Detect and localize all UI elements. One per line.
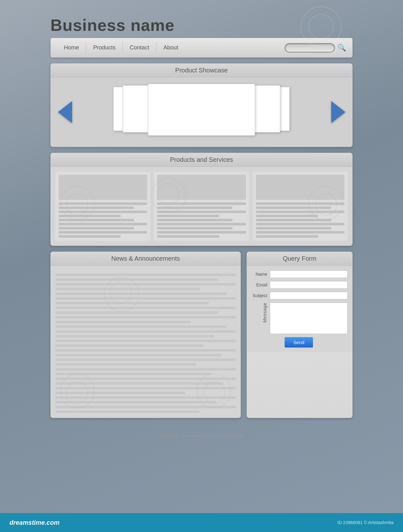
news-line xyxy=(55,330,236,333)
query-form-content: Name Email Subject Message xyxy=(247,266,352,352)
text-line xyxy=(157,219,232,221)
product-item-3 xyxy=(253,172,348,241)
news-content xyxy=(51,266,241,418)
news-line xyxy=(55,307,236,309)
text-line xyxy=(256,223,344,225)
search-icon[interactable]: 🔍 xyxy=(338,44,346,52)
nav-item-contact[interactable]: Contact xyxy=(123,42,156,54)
news-line xyxy=(55,302,209,304)
news-line xyxy=(55,344,203,347)
subject-input[interactable] xyxy=(270,292,348,299)
copyright-text: Copyright : your company name 2012-2020 xyxy=(159,433,244,438)
message-textarea[interactable] xyxy=(270,303,348,334)
news-line xyxy=(55,377,236,380)
text-line xyxy=(157,235,219,238)
nav-search: 🔍 xyxy=(285,43,346,53)
showcase-card-main xyxy=(148,84,255,136)
dreamstime-logo: dreamstime.com xyxy=(9,519,60,526)
message-label-wrapper: Message xyxy=(250,303,267,323)
name-input[interactable] xyxy=(270,270,348,278)
news-line xyxy=(55,406,236,408)
text-line xyxy=(59,215,121,217)
nav-item-about[interactable]: About xyxy=(156,42,185,54)
news-header: News & Announcements xyxy=(51,252,241,266)
nav-bar: Home Products Contact About 🔍 xyxy=(50,38,353,58)
query-form-panel: Query Form Name Email Subject Mes xyxy=(247,252,353,418)
nav-item-home[interactable]: Home xyxy=(57,42,86,54)
text-line xyxy=(256,235,318,238)
product-text-1 xyxy=(59,202,147,238)
showcase-header: Product Showcase xyxy=(51,64,352,77)
news-line xyxy=(55,274,236,276)
news-line xyxy=(55,316,236,319)
email-row: Email xyxy=(250,281,348,289)
text-line xyxy=(59,227,134,229)
showcase-content xyxy=(51,77,352,147)
products-services-panel: Products and Services xyxy=(50,153,353,246)
text-line xyxy=(157,207,232,209)
text-line xyxy=(157,202,246,205)
news-line xyxy=(55,392,185,394)
news-line xyxy=(55,311,218,314)
text-line xyxy=(157,223,246,225)
text-line xyxy=(59,235,121,238)
news-line xyxy=(55,297,236,300)
news-line xyxy=(55,288,200,290)
text-line xyxy=(59,231,147,234)
text-line xyxy=(256,219,331,221)
product-text-2 xyxy=(157,202,246,238)
nav-item-products[interactable]: Products xyxy=(86,42,123,54)
news-line xyxy=(55,325,227,328)
search-input[interactable] xyxy=(285,43,335,53)
news-line xyxy=(55,349,236,352)
text-line xyxy=(256,211,344,213)
arrow-right-shape xyxy=(331,101,345,123)
product-item-1 xyxy=(55,172,150,241)
send-button[interactable]: Send xyxy=(285,337,313,348)
news-line xyxy=(55,359,236,361)
dreamstime-info: ID 23966081 © Artistashmita xyxy=(338,520,394,525)
text-line xyxy=(256,231,344,234)
text-line xyxy=(59,219,134,221)
products-grid xyxy=(51,167,352,246)
news-line xyxy=(55,340,236,342)
name-row: Name xyxy=(250,270,348,278)
watermark-bar: dreamstime.com ID 23966081 © Artistashmi… xyxy=(0,513,403,532)
nav-links: Home Products Contact About xyxy=(57,42,285,54)
email-input[interactable] xyxy=(270,281,348,289)
business-name-part1: Business xyxy=(50,16,131,34)
text-line xyxy=(59,202,147,205)
products-services-header: Products and Services xyxy=(51,153,352,167)
news-line xyxy=(55,278,218,281)
showcase-next-arrow[interactable] xyxy=(330,104,346,120)
news-line xyxy=(55,410,200,413)
query-form-header: Query Form xyxy=(247,252,352,266)
text-line xyxy=(256,202,344,205)
subject-row: Subject xyxy=(250,292,348,299)
news-line xyxy=(55,382,223,385)
news-line xyxy=(55,368,236,371)
product-image-1 xyxy=(59,175,147,200)
text-line xyxy=(256,215,318,217)
news-line xyxy=(55,373,211,375)
news-lines xyxy=(55,274,236,413)
text-line xyxy=(59,211,147,213)
message-row: Message xyxy=(250,303,348,334)
text-line xyxy=(256,207,331,209)
business-name-part2: name xyxy=(131,16,175,34)
product-item-2 xyxy=(154,172,249,241)
text-line xyxy=(59,207,134,209)
news-panel: News & Announcements xyxy=(50,252,241,418)
showcase-prev-arrow[interactable] xyxy=(57,104,73,120)
news-line xyxy=(55,335,214,337)
text-line xyxy=(157,211,246,213)
news-line xyxy=(55,363,196,366)
bottom-row: News & Announcements xyxy=(50,252,353,424)
email-label: Email xyxy=(250,282,267,287)
text-line xyxy=(157,215,219,217)
product-image-2 xyxy=(157,175,246,200)
text-line xyxy=(256,227,331,229)
business-name-title: Business name xyxy=(50,9,175,38)
showcase-panel: Product Showcase xyxy=(50,63,353,147)
news-line xyxy=(55,401,216,404)
